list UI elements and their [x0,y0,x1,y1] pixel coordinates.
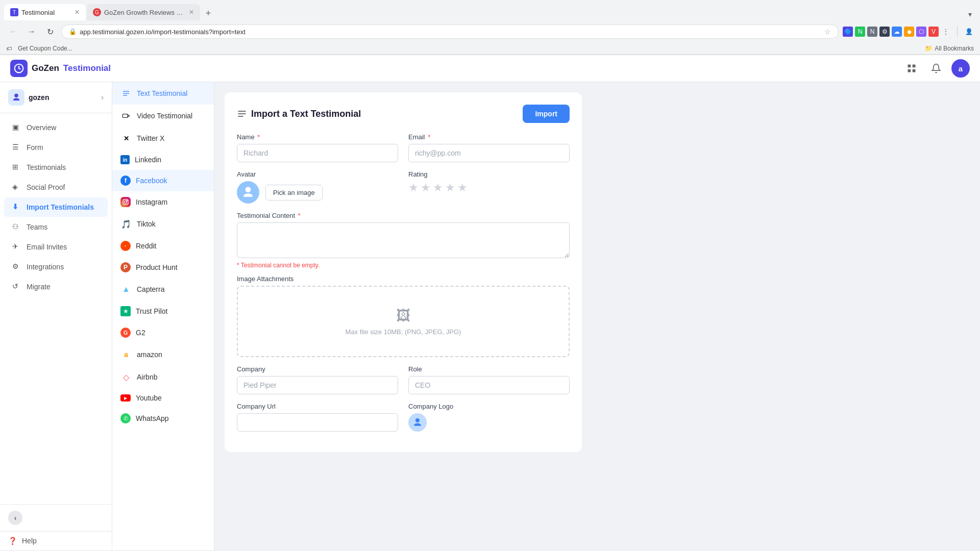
notification-icon-btn[interactable] [927,59,945,78]
url-input[interactable] [80,28,821,36]
integrations-icon: ⚙ [12,262,21,271]
sidebar-item-email-invites[interactable]: ✈ Email Invites [4,237,108,257]
import-item-twitter[interactable]: ✕ Twitter X [112,127,214,149]
sidebar-item-form[interactable]: ☰ Form [4,138,108,157]
rating-stars[interactable]: ★ ★ ★ ★ ★ [408,181,570,194]
sidebar-chevron-icon: › [101,93,104,102]
import-item-capterra[interactable]: ▲ Capterra [112,278,214,300]
text-icon-svg [122,89,130,97]
tab-add-button[interactable]: + [201,6,215,20]
grid-icon [906,63,917,73]
pick-image-button[interactable]: Pick an image [265,185,323,201]
sidebar-help-item[interactable]: ❓ Help [0,531,112,550]
email-label: Email * [408,133,570,141]
import-item-producthunt[interactable]: P Product Hunt [112,257,214,278]
sidebar-item-integrations[interactable]: ⚙ Integrations [4,257,108,277]
more-options-icon[interactable]: ⋮ [941,27,951,37]
image-attachments-label: Image Attachments [237,275,570,283]
grid-icon-btn[interactable] [902,59,921,78]
role-label: Role [408,365,570,373]
testimonial-content-group: Testimonial Content * * Testimonial cann… [237,212,570,269]
address-bar[interactable]: 🔒 ☆ [61,24,839,39]
tab-close-2[interactable]: ✕ [189,9,194,16]
bell-icon [931,63,941,73]
image-attach-icon: 🖼 [248,307,558,324]
sidebar-label-migrate: Migrate [27,283,51,291]
star-5[interactable]: ★ [457,181,468,194]
sidebar-item-testimonials[interactable]: ⊞ Testimonials [4,158,108,177]
sidebar-item-teams[interactable]: ⚇ Teams [4,217,108,237]
ext-icon-7[interactable]: ⬡ [916,27,926,37]
import-label-facebook: Facebook [136,177,167,185]
company-input[interactable] [237,376,398,394]
ext-icon-5[interactable]: ☁ [892,27,902,37]
import-item-amazon[interactable]: a amazon [112,343,214,366]
sidebar-item-social-proof[interactable]: ◈ Social Proof [4,178,108,197]
import-item-reddit[interactable]: r Reddit [112,235,214,257]
import-item-facebook[interactable]: f Facebook [112,170,214,191]
testimonial-content-input[interactable] [237,222,570,258]
email-icon: ✈ [12,242,21,252]
sidebar-collapse-btn[interactable]: ‹ [8,511,22,525]
rating-group: Rating ★ ★ ★ ★ ★ [408,170,570,204]
import-button[interactable]: Import [523,105,570,123]
browser-tab-2[interactable]: G GoZen Growth Reviews 2024... ✕ [87,4,200,20]
import-label-twitter: Twitter X [137,134,164,142]
company-url-input[interactable] [237,413,398,432]
import-label-text: Text Testimonial [137,89,187,97]
star-1[interactable]: ★ [408,181,419,194]
import-item-airbnb[interactable]: ◇ Airbnb [112,366,214,388]
import-item-g2[interactable]: G G2 [112,322,214,343]
import-item-text[interactable]: Text Testimonial [112,82,214,105]
import-label-linkedin: Linkedin [135,156,161,164]
email-input[interactable] [408,144,570,162]
browser-tab-1[interactable]: T Testimonial ✕ [4,4,86,20]
import-item-video[interactable]: Video Testimonial [112,105,214,127]
avatar-placeholder [237,181,259,204]
bookmark-star-icon[interactable]: ☆ [824,28,831,36]
ext-icon-6[interactable]: ◆ [904,27,914,37]
tab-close-1[interactable]: ✕ [75,9,80,16]
instagram-svg [122,199,129,205]
sidebar-user-item[interactable]: gozen › [0,82,112,113]
import-item-instagram[interactable]: Instagram [112,191,214,213]
import-item-youtube[interactable]: ▶ Youtube [112,388,214,408]
sidebar-item-overview[interactable]: ▣ Overview [4,118,108,137]
image-attachments-dropzone[interactable]: 🖼 Max file size 10MB; (PNG, JPEG, JPG) [237,286,570,357]
ext-icon-8[interactable]: V [928,27,939,37]
sidebar-item-migrate[interactable]: ↺ Migrate [4,277,108,296]
star-3[interactable]: ★ [433,181,443,194]
import-item-trustpilot[interactable]: ★ Trust Pilot [112,300,214,322]
svg-rect-1 [908,65,911,68]
all-bookmarks[interactable]: 📁 All Bookmarks [925,45,974,52]
ext-icon-2[interactable]: N [855,27,865,37]
tab-favicon-2: G [93,8,101,16]
back-button[interactable]: ← [6,24,20,39]
star-2[interactable]: ★ [421,181,431,194]
company-logo-section [408,413,570,432]
image-attachments-group: Image Attachments 🖼 Max file size 10MB; … [237,275,570,357]
bookmarks-folder-icon: 📁 [925,45,933,52]
ext-icon-1[interactable]: 🔷 [843,27,853,37]
main-content: Import a Text Testimonial Import Name * [214,82,980,550]
avatar-label: Avatar [237,170,398,178]
sidebar-item-import[interactable]: ⬇ Import Testimonials [4,197,108,217]
profile-icon[interactable]: 👤 [964,27,974,37]
ext-icon-3[interactable]: N [867,27,877,37]
role-input[interactable] [408,376,570,394]
star-4[interactable]: ★ [445,181,455,194]
bookmark-label[interactable]: Get Coupon Code... [18,45,72,52]
company-url-label: Company Url [237,403,398,410]
form-title-icon [237,109,247,119]
user-avatar[interactable]: a [951,59,970,78]
import-item-whatsapp[interactable]: ✆ WhatsApp [112,408,214,429]
reload-button[interactable]: ↻ [43,24,57,39]
import-item-tiktok[interactable]: 🎵 Tiktok [112,213,214,235]
linkedin-icon: in [120,155,130,164]
import-item-linkedin[interactable]: in Linkedin [112,149,214,170]
forward-button[interactable]: → [24,24,39,39]
app-container: gozen › ▣ Overview ☰ Form ⊞ Testimonials… [0,82,980,550]
company-logo-icon [412,417,423,428]
ext-icon-4[interactable]: ⚙ [879,27,890,37]
name-input[interactable] [237,144,398,162]
